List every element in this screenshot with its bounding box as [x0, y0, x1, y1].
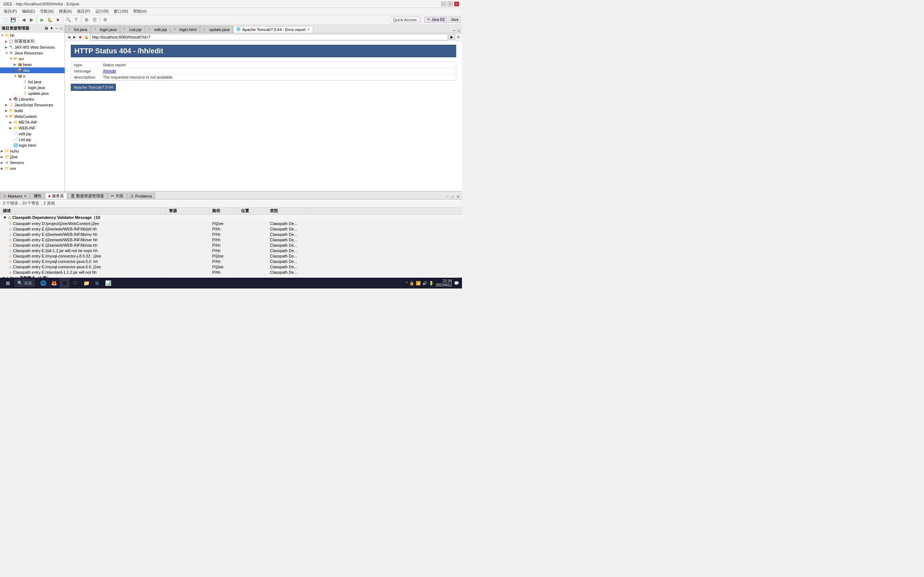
taskbar-battery-icon[interactable]: 🔋	[429, 281, 434, 285]
java-perspective-button[interactable]: Java	[449, 16, 460, 23]
tab-list-java[interactable]: J list.java	[65, 26, 90, 33]
view-button[interactable]: ☰	[91, 16, 98, 23]
problems-row-9[interactable]: ⚠ Classpath entry E:/mysql-connector-jav…	[0, 264, 462, 270]
tree-item-dao[interactable]: ▶ 📦 dao	[0, 68, 65, 73]
tab-login-html[interactable]: H login.html	[170, 26, 200, 33]
taskbar-app-security[interactable]: 🛡	[70, 278, 81, 288]
taskbar-network-icon[interactable]: 📶	[416, 281, 421, 285]
maximize-button[interactable]: □	[447, 2, 452, 6]
taskbar-app-edge[interactable]: 🌐	[38, 278, 48, 288]
panel-minimize-button[interactable]: ─	[55, 26, 59, 31]
tree-item-libraries[interactable]: ▶ 📚 Libraries	[0, 96, 65, 102]
tab-update-java[interactable]: J update.java	[200, 26, 233, 33]
debug-button[interactable]: 🐛	[46, 16, 53, 23]
browser-stop-button[interactable]: ■	[78, 35, 82, 39]
address-go-button[interactable]: ▶	[449, 34, 455, 40]
tree-item-j2ee[interactable]: ▶ 📁 j2ee	[0, 154, 65, 160]
problems-row-10[interactable]: ⚠ Classpath entry E:/standard-1.1.2.jar …	[0, 270, 462, 275]
taskbar-search[interactable]: 🔍 搜索	[15, 279, 35, 287]
panel-menu-button[interactable]: ▼	[49, 26, 54, 31]
problems-group-java-exc[interactable]: ▶ ℹ Java 异常断点（2 项）	[0, 275, 462, 278]
problems-row-5[interactable]: ⚠ Classpath entry E:/j2ee/web/WEB-INF/li…	[0, 243, 462, 248]
tab-edit-jsp[interactable]: P edit.jsp	[145, 26, 170, 33]
tree-item-list-jsp[interactable]: 📄 List.jsp	[0, 137, 65, 142]
taskbar-security-icon[interactable]: 🔒	[409, 281, 414, 285]
window-controls[interactable]: ─ □ ✕	[441, 2, 459, 6]
problems-group-classpath[interactable]: ▼ ⚠ Classpath Dependency Validator Messa…	[0, 214, 462, 221]
panel-header-buttons[interactable]: ⊟ ▼ ─ □	[44, 26, 63, 31]
problems-row-1[interactable]: ⚠ Classpath entry D:/project/j2ee/WebCon…	[0, 221, 462, 226]
tree-item-js-resources[interactable]: ▶ JS JavaScript Resources	[0, 102, 65, 108]
gear-icon[interactable]: ⚙	[102, 16, 109, 23]
problems-row-2[interactable]: ⚠ Classpath entry E:/j2ee/web/WEB-INF/li…	[0, 226, 462, 232]
forward-button[interactable]: ▶	[28, 16, 35, 23]
menu-help[interactable]: 帮助(H)	[131, 8, 149, 15]
tree-item-bean[interactable]: ▶ 📦 bean	[0, 62, 65, 68]
search-button[interactable]: 🔍	[65, 16, 72, 23]
markers-close[interactable]: ✕	[24, 194, 27, 198]
open-type-button[interactable]: T	[73, 16, 80, 23]
bottom-tab-datasource[interactable]: 🗄 数据资源管理器	[68, 193, 107, 199]
problems-row-8[interactable]: ⚠ Classpath entry E:/mysql-connector-jav…	[0, 259, 462, 264]
notification-icon[interactable]: 💬	[454, 281, 459, 285]
problems-row-4[interactable]: ⚠ Classpath entry E:/j2ee/web/WEB-INF/li…	[0, 237, 462, 243]
bottom-tab-markers[interactable]: ⚠ Markers ✕	[0, 193, 30, 199]
tree-item-deploy[interactable]: ▶ 📋 部署描述符:	[0, 38, 65, 44]
tree-item-edit-jsp[interactable]: 📄 edit.jsp	[0, 131, 65, 137]
panel-maximize-button[interactable]: □	[60, 26, 63, 31]
quick-access-button[interactable]: Quick Access	[391, 16, 419, 23]
minimize-button[interactable]: ─	[441, 2, 446, 6]
tree-item-meta-inf[interactable]: ▶ 📁 META-INF	[0, 119, 65, 125]
tab-login-java[interactable]: J login.java	[91, 26, 120, 33]
bottom-close-button[interactable]: ✕	[456, 194, 460, 199]
tree-item-update-java[interactable]: J update.java	[0, 90, 65, 96]
back-button[interactable]: ◀	[20, 16, 27, 23]
tree-item-login-html[interactable]: 🌐 login.html	[0, 142, 65, 148]
tree-item-build[interactable]: ▶ 📁 build	[0, 108, 65, 114]
menu-window[interactable]: 窗口(W)	[111, 8, 130, 15]
taskbar-volume-icon[interactable]: 🔊	[422, 281, 427, 285]
browser-expand-button[interactable]: ⧉	[456, 35, 460, 40]
problems-row-6[interactable]: ⚠ Classpath entry E:/jstl-1.2.jar will n…	[0, 248, 462, 253]
tree-item-login-java[interactable]: J login.java	[0, 85, 65, 90]
bottom-tab-servers[interactable]: ■ 服务器	[45, 193, 67, 199]
browser-refresh-button[interactable]: 🔒	[83, 35, 89, 39]
editor-minimize-button[interactable]: ─	[452, 28, 456, 33]
tab-close-error-report[interactable]: ✕	[307, 28, 310, 31]
tree-item-src[interactable]: ▼ 📂 src	[0, 56, 65, 62]
tree-item-java-resources[interactable]: ▼ ☕ Java Resources	[0, 50, 65, 56]
taskbar-app-eclipse[interactable]: ⚙	[60, 278, 69, 288]
tree-item-web-inf[interactable]: ▶ 📁 WEB-INF	[0, 125, 65, 131]
tree-item-s[interactable]: ▼ 📦 s	[0, 73, 65, 79]
bottom-tab-snippets[interactable]: ✂ 片段	[108, 193, 127, 199]
problems-row-7[interactable]: ⚠ Classpath entry E:/mysql-connector-j-8…	[0, 253, 462, 259]
taskbar-app-explorer[interactable]: 📁	[81, 278, 91, 288]
perspective-button[interactable]: ⊞	[83, 16, 90, 23]
menu-project2[interactable]: 项目(P)	[75, 8, 92, 15]
tree-item-xxx[interactable]: ▶ 📁 xxx	[0, 166, 65, 171]
menu-project[interactable]: 项目(P)	[2, 8, 19, 15]
browser-back-button[interactable]: ◀	[66, 35, 71, 39]
tab-list-jsp[interactable]: P List.jsp	[120, 26, 145, 33]
taskbar-app-browser2[interactable]: 🦊	[49, 278, 59, 288]
taskbar-app-tool6[interactable]: 📊	[103, 278, 113, 288]
menu-navigate[interactable]: 导航(N)	[38, 8, 56, 15]
browser-forward-button[interactable]: ▶	[72, 35, 77, 39]
collapse-all-button[interactable]: ⊟	[44, 26, 48, 31]
tree-item-list-java[interactable]: J list.java	[0, 79, 65, 85]
tree-item-jax[interactable]: ▶ 🔧 JAX-WS Web Services	[0, 44, 65, 50]
new-button[interactable]: 📄	[2, 16, 9, 23]
tree-item-hh[interactable]: ▼ 📁 hh	[0, 32, 65, 38]
java-ee-perspective-button[interactable]: ☕ Java EE	[424, 16, 447, 23]
menu-edit[interactable]: 编辑(E)	[20, 8, 37, 15]
taskbar-app-tool5[interactable]: 🖥	[92, 278, 102, 288]
tree-item-servers[interactable]: ▶ 🖥 Servers	[0, 160, 65, 166]
menu-search[interactable]: 搜索(A)	[57, 8, 74, 15]
close-button[interactable]: ✕	[454, 2, 459, 6]
stop-button[interactable]: ■	[54, 16, 61, 23]
tab-error-report[interactable]: 🌐 Apache Tomcat/7.0.64 - Error report ✕	[233, 26, 313, 33]
menu-run[interactable]: 运行(R)	[93, 8, 111, 15]
tree-item-webcontent[interactable]: ▼ 📂 WebContent	[0, 114, 65, 119]
address-input[interactable]	[90, 34, 448, 40]
bottom-tab-properties[interactable]: 属性	[30, 193, 45, 199]
